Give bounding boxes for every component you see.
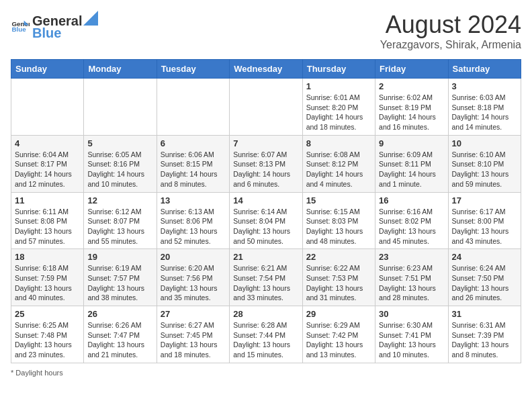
day-info: Sunrise: 6:29 AM Sunset: 7:42 PM Dayligh…: [306, 320, 371, 360]
header: General Blue General Blue August 2024 Ye…: [11, 11, 521, 51]
day-info: Sunrise: 6:01 AM Sunset: 8:20 PM Dayligh…: [306, 93, 371, 132]
day-info: Sunrise: 6:17 AM Sunset: 8:00 PM Dayligh…: [452, 207, 517, 246]
day-number: 15: [306, 195, 371, 205]
day-info: Sunrise: 6:18 AM Sunset: 7:59 PM Dayligh…: [15, 263, 80, 303]
calendar-cell: 6Sunrise: 6:06 AM Sunset: 8:15 PM Daylig…: [157, 135, 229, 192]
footer-text: Daylight hours: [15, 369, 62, 377]
day-info: Sunrise: 6:25 AM Sunset: 7:48 PM Dayligh…: [15, 320, 80, 360]
week-row-3: 11Sunrise: 6:11 AM Sunset: 8:08 PM Dayli…: [11, 192, 521, 249]
day-info: Sunrise: 6:30 AM Sunset: 7:41 PM Dayligh…: [379, 320, 444, 360]
day-info: Sunrise: 6:09 AM Sunset: 8:11 PM Dayligh…: [379, 150, 444, 189]
day-number: 31: [452, 309, 517, 319]
day-info: Sunrise: 6:03 AM Sunset: 8:18 PM Dayligh…: [452, 93, 517, 132]
calendar-cell: 31Sunrise: 6:31 AM Sunset: 7:39 PM Dayli…: [448, 306, 521, 363]
calendar-cell: 14Sunrise: 6:14 AM Sunset: 8:04 PM Dayli…: [230, 192, 302, 249]
day-info: Sunrise: 6:20 AM Sunset: 7:56 PM Dayligh…: [161, 263, 226, 303]
calendar-cell: 29Sunrise: 6:29 AM Sunset: 7:42 PM Dayli…: [302, 306, 375, 363]
day-info: Sunrise: 6:15 AM Sunset: 8:03 PM Dayligh…: [306, 207, 371, 246]
day-number: 13: [161, 195, 226, 205]
calendar-cell: 30Sunrise: 6:30 AM Sunset: 7:41 PM Dayli…: [375, 306, 448, 363]
calendar-cell: 23Sunrise: 6:23 AM Sunset: 7:51 PM Dayli…: [375, 249, 448, 306]
day-number: 23: [379, 252, 444, 262]
calendar-cell: [157, 79, 229, 136]
day-number: 4: [15, 138, 80, 148]
day-info: Sunrise: 6:10 AM Sunset: 8:10 PM Dayligh…: [452, 150, 517, 189]
day-number: 6: [161, 138, 226, 148]
day-number: 11: [15, 195, 80, 205]
day-number: 29: [306, 309, 371, 319]
day-info: Sunrise: 6:23 AM Sunset: 7:51 PM Dayligh…: [379, 263, 444, 303]
day-info: Sunrise: 6:27 AM Sunset: 7:45 PM Dayligh…: [161, 320, 226, 360]
day-number: 26: [87, 309, 152, 319]
day-number: 7: [233, 138, 298, 148]
day-info: Sunrise: 6:07 AM Sunset: 8:13 PM Dayligh…: [233, 150, 298, 189]
day-header-tuesday: Tuesday: [157, 60, 229, 79]
day-header-monday: Monday: [84, 60, 157, 79]
day-info: Sunrise: 6:12 AM Sunset: 8:07 PM Dayligh…: [87, 207, 152, 246]
day-number: 28: [233, 309, 298, 319]
calendar-cell: 26Sunrise: 6:26 AM Sunset: 7:47 PM Dayli…: [84, 306, 157, 363]
day-info: Sunrise: 6:11 AM Sunset: 8:08 PM Dayligh…: [15, 207, 80, 246]
calendar-cell: 5Sunrise: 6:05 AM Sunset: 8:16 PM Daylig…: [84, 135, 157, 192]
calendar-cell: 21Sunrise: 6:21 AM Sunset: 7:54 PM Dayli…: [230, 249, 302, 306]
main-title: August 2024: [380, 11, 521, 39]
calendar-table: SundayMondayTuesdayWednesdayThursdayFrid…: [11, 59, 521, 363]
day-number: 27: [161, 309, 226, 319]
day-number: 17: [452, 195, 517, 205]
day-info: Sunrise: 6:26 AM Sunset: 7:47 PM Dayligh…: [87, 320, 152, 360]
calendar-cell: 4Sunrise: 6:04 AM Sunset: 8:17 PM Daylig…: [11, 135, 84, 192]
calendar-cell: 20Sunrise: 6:20 AM Sunset: 7:56 PM Dayli…: [157, 249, 229, 306]
day-number: 19: [87, 252, 152, 262]
calendar-cell: 25Sunrise: 6:25 AM Sunset: 7:48 PM Dayli…: [11, 306, 84, 363]
calendar-cell: [84, 79, 157, 136]
day-info: Sunrise: 6:21 AM Sunset: 7:54 PM Dayligh…: [233, 263, 298, 303]
calendar-cell: 16Sunrise: 6:16 AM Sunset: 8:02 PM Dayli…: [375, 192, 448, 249]
day-info: Sunrise: 6:31 AM Sunset: 7:39 PM Dayligh…: [452, 320, 517, 360]
calendar-cell: 13Sunrise: 6:13 AM Sunset: 8:06 PM Dayli…: [157, 192, 229, 249]
day-number: 8: [306, 138, 371, 148]
day-number: 25: [15, 309, 80, 319]
day-info: Sunrise: 6:16 AM Sunset: 8:02 PM Dayligh…: [379, 207, 444, 246]
calendar-cell: 3Sunrise: 6:03 AM Sunset: 8:18 PM Daylig…: [448, 79, 521, 136]
calendar-cell: 22Sunrise: 6:22 AM Sunset: 7:53 PM Dayli…: [302, 249, 375, 306]
calendar-cell: 12Sunrise: 6:12 AM Sunset: 8:07 PM Dayli…: [84, 192, 157, 249]
day-number: 5: [87, 138, 152, 148]
day-info: Sunrise: 6:22 AM Sunset: 7:53 PM Dayligh…: [306, 263, 371, 303]
day-number: 21: [233, 252, 298, 262]
calendar-cell: 28Sunrise: 6:28 AM Sunset: 7:44 PM Dayli…: [230, 306, 302, 363]
day-info: Sunrise: 6:24 AM Sunset: 7:50 PM Dayligh…: [452, 263, 517, 303]
logo-triangle-icon: [83, 11, 98, 26]
calendar-cell: 17Sunrise: 6:17 AM Sunset: 8:00 PM Dayli…: [448, 192, 521, 249]
calendar-cell: 9Sunrise: 6:09 AM Sunset: 8:11 PM Daylig…: [375, 135, 448, 192]
logo: General Blue General Blue: [11, 11, 99, 41]
day-number: 30: [379, 309, 444, 319]
day-number: 1: [306, 81, 371, 91]
day-number: 18: [15, 252, 80, 262]
day-info: Sunrise: 6:14 AM Sunset: 8:04 PM Dayligh…: [233, 207, 298, 246]
week-row-2: 4Sunrise: 6:04 AM Sunset: 8:17 PM Daylig…: [11, 135, 521, 192]
calendar-cell: 19Sunrise: 6:19 AM Sunset: 7:57 PM Dayli…: [84, 249, 157, 306]
svg-marker-3: [83, 11, 98, 26]
calendar-cell: 15Sunrise: 6:15 AM Sunset: 8:03 PM Dayli…: [302, 192, 375, 249]
header-row: SundayMondayTuesdayWednesdayThursdayFrid…: [11, 60, 521, 79]
day-info: Sunrise: 6:13 AM Sunset: 8:06 PM Dayligh…: [161, 207, 226, 246]
svg-text:Blue: Blue: [11, 26, 26, 33]
day-number: 2: [379, 81, 444, 91]
day-number: 22: [306, 252, 371, 262]
day-info: Sunrise: 6:19 AM Sunset: 7:57 PM Dayligh…: [87, 263, 152, 303]
day-header-thursday: Thursday: [302, 60, 375, 79]
subtitle: Yerazgavors, Shirak, Armenia: [380, 39, 521, 51]
logo-icon: General Blue: [11, 17, 30, 36]
calendar-cell: 18Sunrise: 6:18 AM Sunset: 7:59 PM Dayli…: [11, 249, 84, 306]
calendar-cell: 27Sunrise: 6:27 AM Sunset: 7:45 PM Dayli…: [157, 306, 229, 363]
calendar-cell: [11, 79, 84, 136]
day-info: Sunrise: 6:04 AM Sunset: 8:17 PM Dayligh…: [15, 150, 80, 189]
day-info: Sunrise: 6:28 AM Sunset: 7:44 PM Dayligh…: [233, 320, 298, 360]
calendar-cell: [230, 79, 302, 136]
calendar-cell: 11Sunrise: 6:11 AM Sunset: 8:08 PM Dayli…: [11, 192, 84, 249]
day-number: 9: [379, 138, 444, 148]
day-number: 16: [379, 195, 444, 205]
day-header-wednesday: Wednesday: [230, 60, 302, 79]
day-info: Sunrise: 6:06 AM Sunset: 8:15 PM Dayligh…: [161, 150, 226, 189]
day-number: 3: [452, 81, 517, 91]
